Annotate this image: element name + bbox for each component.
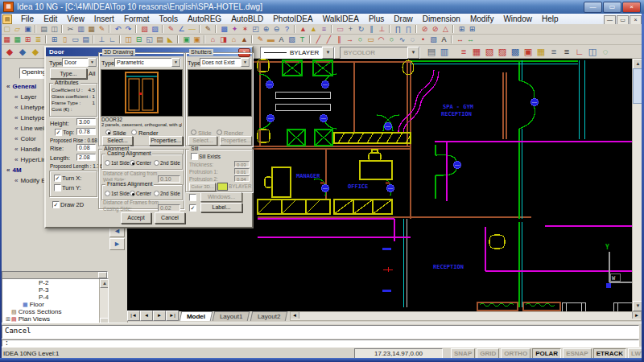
turn-y-checkbox[interactable]: ✓ (54, 184, 61, 191)
tree-item[interactable]: P-2 (2, 279, 108, 286)
circle-tool-icon[interactable]: ○ (386, 35, 397, 44)
tree-item[interactable]: ▧Cross Sections (2, 308, 108, 315)
line2-tool-icon[interactable]: ╱ (324, 35, 334, 44)
chevron-down-icon[interactable]: ▼ (171, 58, 180, 67)
render-view-icon[interactable]: ◆ (16, 46, 29, 57)
dim-aligned-icon[interactable]: ↔ (465, 35, 476, 44)
sun-view-icon[interactable]: ◆ (29, 46, 42, 57)
triangle-tool-icon[interactable]: △ (440, 24, 451, 34)
stair-tool-icon[interactable]: ▤ (155, 35, 165, 44)
house-tool-icon[interactable]: ⌂ (229, 35, 239, 44)
wall-tool-icon[interactable]: ▦ (2, 35, 12, 44)
label-button[interactable]: Label... (200, 203, 242, 212)
expand-icon[interactable]: ⊞ (6, 315, 11, 323)
brush-tool-icon[interactable]: ▬ (266, 35, 276, 44)
scroll-left-icon[interactable]: ◄ (291, 312, 299, 319)
dim-linear-icon[interactable]: ↔ (455, 35, 465, 44)
layer-up-icon[interactable]: ▲ (298, 24, 308, 34)
slide-radio[interactable] (105, 130, 111, 135)
mtext-tool-icon[interactable]: A (439, 35, 449, 44)
column-tool-icon[interactable]: ▯ (60, 35, 70, 44)
menu-item[interactable]: AutoBLD (226, 14, 268, 23)
top-checkbox[interactable]: ✓ (55, 129, 62, 136)
arc-tool-icon[interactable]: ◠ (376, 35, 386, 44)
layout-tab[interactable]: Model (180, 311, 213, 321)
rotate-icon[interactable]: ↻ (356, 24, 366, 34)
no-entry-icon[interactable]: ⊘ (419, 24, 430, 34)
tree-item[interactable]: ▦Floor (2, 301, 108, 308)
copy-icon[interactable]: ▥ (76, 24, 86, 34)
tree-item[interactable]: ⊞▤Plan Views (2, 315, 108, 323)
wall-green-tool-icon[interactable]: ▦ (12, 35, 23, 44)
layer-warn-icon[interactable]: ▲ (308, 24, 319, 34)
menu-item[interactable]: View (62, 14, 89, 23)
undo-icon[interactable]: ↶ (113, 24, 123, 34)
shutters-type-combo[interactable]: Does not Exist ▼ (200, 58, 250, 67)
point-tool-icon[interactable]: • (418, 35, 428, 44)
menu-item[interactable]: PhotoIDEA (268, 14, 317, 23)
windows-checkbox[interactable]: ✓ (189, 194, 196, 201)
height-field[interactable]: 3.00 (76, 118, 96, 125)
redo-icon[interactable]: ↷ (123, 24, 134, 34)
erase-icon[interactable]: ▭ (335, 24, 345, 34)
chevron-down-icon[interactable]: ▼ (88, 58, 97, 67)
publish-icon[interactable]: ▥ (438, 46, 451, 57)
tab-nav-icon[interactable]: ► (153, 311, 166, 321)
layout-tab[interactable]: Layout2 (250, 311, 287, 321)
insert-block-icon[interactable]: ▧ (139, 24, 150, 34)
menu-item[interactable]: WalkIDEA (318, 14, 364, 23)
door-tool-icon[interactable]: ◫ (123, 35, 134, 44)
menu-item[interactable]: Format (119, 14, 155, 23)
orbit-tool-icon[interactable]: ◌ (599, 46, 612, 57)
image2-tool-icon[interactable]: ▣ (192, 35, 202, 44)
roof-tool-icon[interactable]: ⌂ (208, 35, 218, 44)
cut-icon[interactable]: ✂ (65, 24, 76, 34)
rect-tool-icon[interactable]: ▭ (70, 35, 80, 44)
section-grid-icon[interactable]: ⊞ (456, 24, 467, 34)
rect2-tool-icon[interactable]: ▭ (365, 35, 376, 44)
new-file-icon[interactable]: ▢ (2, 24, 12, 34)
sketch-icon[interactable]: ✎ (203, 24, 213, 34)
layer-off-icon[interactable]: ▨ (496, 46, 509, 57)
sill-exists-checkbox[interactable]: ✓ (191, 153, 198, 160)
move-icon[interactable]: + (345, 24, 356, 34)
parallel-tool-icon[interactable]: ∥ (334, 35, 345, 44)
select-button[interactable]: Select... (102, 136, 133, 146)
draw-2d-checkbox[interactable]: ✓ (52, 201, 60, 208)
command-input[interactable]: : (2, 339, 639, 347)
ucs-tool-icon[interactable]: ∟ (573, 46, 586, 57)
zoom-window-icon[interactable]: ◰ (250, 24, 261, 34)
menu-item[interactable]: Edit (39, 14, 62, 23)
scrollbar-thumb[interactable] (98, 272, 107, 278)
color-control-icon[interactable]: ▦ (535, 46, 547, 57)
leader-tool-icon[interactable]: → (345, 35, 355, 44)
3d-type-combo[interactable]: Parametric ▼ (114, 58, 181, 67)
paste-icon[interactable]: ▦ (86, 24, 97, 34)
slab-tool-icon[interactable]: ▤ (80, 35, 91, 44)
rise-field[interactable]: 0.08 (76, 144, 96, 151)
spline-tool-icon[interactable]: ∿ (397, 35, 407, 44)
chevron-down-icon[interactable]: ▼ (322, 47, 334, 59)
no-entry2-icon[interactable]: ⊘ (430, 24, 440, 34)
properties-icon[interactable]: ▩ (219, 24, 229, 34)
layer-lock-icon[interactable]: ▣ (522, 46, 535, 57)
regen-icon[interactable]: ✶ (240, 24, 250, 34)
print-preview-icon[interactable]: ◫ (49, 24, 60, 34)
view-3d-icon[interactable]: ◆ (3, 46, 16, 57)
scroll-right-icon[interactable]: ► (632, 312, 641, 319)
menu-item[interactable]: Modify (465, 14, 498, 23)
next-view-icon[interactable]: ► (109, 238, 125, 250)
frames-1st-radio[interactable] (105, 191, 110, 196)
save-icon[interactable]: ▣ (23, 24, 33, 34)
chevron-down-icon[interactable]: ▼ (241, 58, 250, 67)
minimize-button[interactable]: — (584, 2, 602, 13)
tab-nav-icon[interactable]: |◄ (127, 311, 140, 321)
zoom-in-icon[interactable]: ⊕ (261, 24, 271, 34)
layout-tab[interactable]: Layout1 (213, 311, 250, 321)
beam-section2-icon[interactable]: ∏ (403, 24, 414, 34)
zoom-out-icon[interactable]: ⊖ (271, 24, 282, 34)
door-type-combo[interactable]: Door ▼ (62, 58, 97, 67)
window-tool-icon[interactable]: ⊟ (134, 35, 144, 44)
level-tool-icon[interactable]: ≣ (33, 35, 43, 44)
trim-icon[interactable]: ⊥ (377, 24, 387, 34)
